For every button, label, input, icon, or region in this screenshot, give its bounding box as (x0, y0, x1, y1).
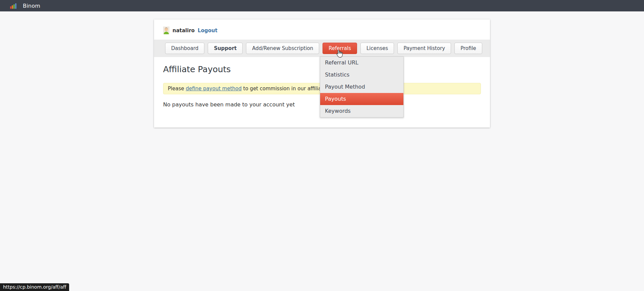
tab-referrals[interactable]: Referrals (323, 43, 357, 54)
menu-item-payouts[interactable]: Payouts (320, 93, 403, 105)
tab-payment-history[interactable]: Payment History (397, 43, 451, 54)
user-avatar-image (163, 27, 169, 34)
notice-prefix: Please (168, 86, 186, 92)
main-card: nataliro Logout Dashboard Support Add/Re… (154, 19, 490, 128)
status-url-tooltip: https://cp.binom.org/aff/aff (0, 283, 69, 291)
define-payout-method-link[interactable]: define payout method (186, 86, 242, 92)
nav-strip: Dashboard Support Add/Renew Subscription… (154, 40, 490, 57)
menu-item-statistics[interactable]: Statistics (320, 69, 403, 81)
menu-item-payout-method[interactable]: Payout Method (320, 81, 403, 93)
tab-add-renew-subscription[interactable]: Add/Renew Subscription (246, 43, 319, 54)
menu-item-referral-url[interactable]: Referral URL (320, 57, 403, 69)
bar-chart-icon (10, 3, 18, 9)
brand-title: Binom (23, 3, 40, 9)
username: nataliro (172, 28, 195, 34)
referrals-menu-wrap: Referrals Referral URL Statistics Payout… (323, 43, 357, 57)
user-row: nataliro Logout (154, 19, 490, 34)
referrals-dropdown: Referral URL Statistics Payout Method Pa… (320, 56, 404, 117)
logout-link[interactable]: Logout (198, 28, 217, 34)
tab-support[interactable]: Support (208, 43, 243, 54)
menu-item-keywords[interactable]: Keywords (320, 105, 403, 117)
tab-licenses[interactable]: Licenses (360, 43, 394, 54)
tab-profile[interactable]: Profile (454, 43, 482, 54)
topbar: Binom (0, 0, 644, 11)
tab-dashboard[interactable]: Dashboard (165, 43, 204, 54)
